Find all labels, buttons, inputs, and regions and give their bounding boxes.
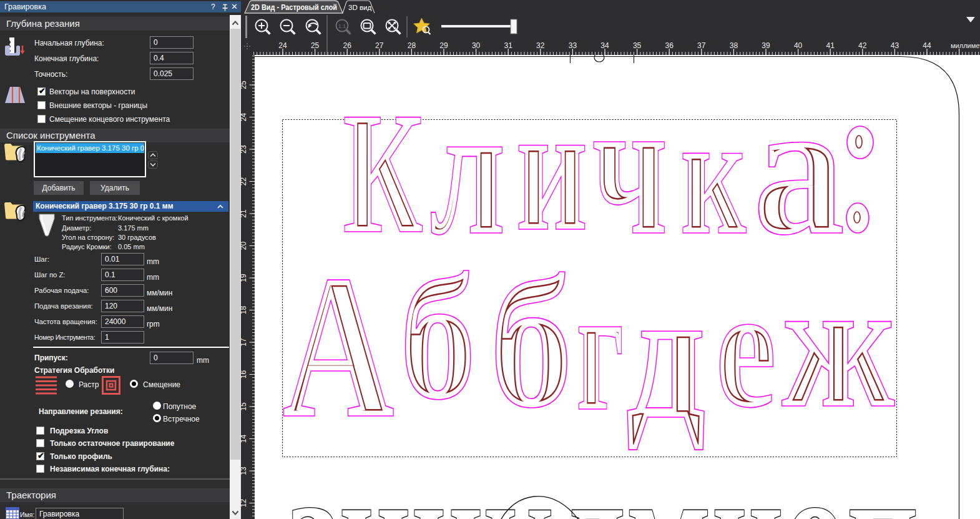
svg-text:32: 32 (536, 41, 545, 50)
svg-text:12: 12 (241, 499, 248, 508)
svg-text:миллиметры: миллиметры (951, 42, 980, 49)
svg-text:19: 19 (241, 274, 248, 282)
svg-text:22: 22 (241, 177, 248, 186)
svg-text:16: 16 (241, 370, 248, 379)
svg-text:д: д (625, 250, 706, 458)
svg-text:и: и (516, 66, 588, 269)
svg-text:40: 40 (794, 41, 803, 50)
svg-text:3D вид: 3D вид (348, 4, 371, 11)
svg-text:15: 15 (241, 402, 248, 411)
svg-text:30: 30 (472, 41, 481, 50)
svg-text:26: 26 (343, 41, 352, 50)
svg-text:24: 24 (241, 113, 248, 122)
svg-text:г: г (576, 249, 624, 448)
svg-text:зииклмноп: зииклмноп (288, 429, 919, 519)
svg-text:14: 14 (241, 435, 248, 443)
svg-text:38: 38 (730, 41, 738, 50)
svg-text:31: 31 (504, 41, 513, 50)
svg-text:37: 37 (697, 41, 706, 50)
svg-text:ч: ч (592, 56, 668, 276)
svg-text:35: 35 (633, 41, 642, 50)
svg-text:е: е (715, 251, 777, 443)
svg-text:ж: ж (782, 242, 896, 446)
svg-text:23: 23 (241, 145, 248, 154)
svg-text:27: 27 (375, 41, 384, 50)
svg-text:28: 28 (408, 41, 416, 50)
svg-text:42: 42 (858, 41, 867, 50)
svg-text:33: 33 (569, 41, 577, 50)
svg-text:17: 17 (241, 338, 248, 347)
svg-text:24: 24 (278, 41, 287, 50)
svg-text:21: 21 (241, 209, 248, 218)
svg-text:41: 41 (826, 41, 835, 50)
svg-text:25: 25 (241, 81, 248, 89)
svg-text:2D Вид - Растровый слой: 2D Вид - Растровый слой (251, 3, 337, 12)
svg-text:39: 39 (762, 41, 770, 50)
svg-text:б: б (489, 239, 573, 447)
svg-text:А: А (282, 232, 394, 460)
svg-text:18: 18 (241, 306, 248, 315)
svg-text:13: 13 (241, 467, 248, 475)
svg-text:44: 44 (923, 41, 931, 50)
svg-text:25: 25 (311, 41, 320, 50)
svg-text:1:1: 1:1 (338, 23, 346, 29)
svg-text:б: б (399, 239, 476, 437)
svg-text:к: к (680, 78, 747, 270)
svg-text:29: 29 (439, 41, 448, 50)
svg-text:20: 20 (241, 242, 248, 250)
svg-text:43: 43 (891, 41, 899, 50)
svg-text:36: 36 (665, 41, 674, 50)
svg-text:34: 34 (600, 41, 609, 50)
